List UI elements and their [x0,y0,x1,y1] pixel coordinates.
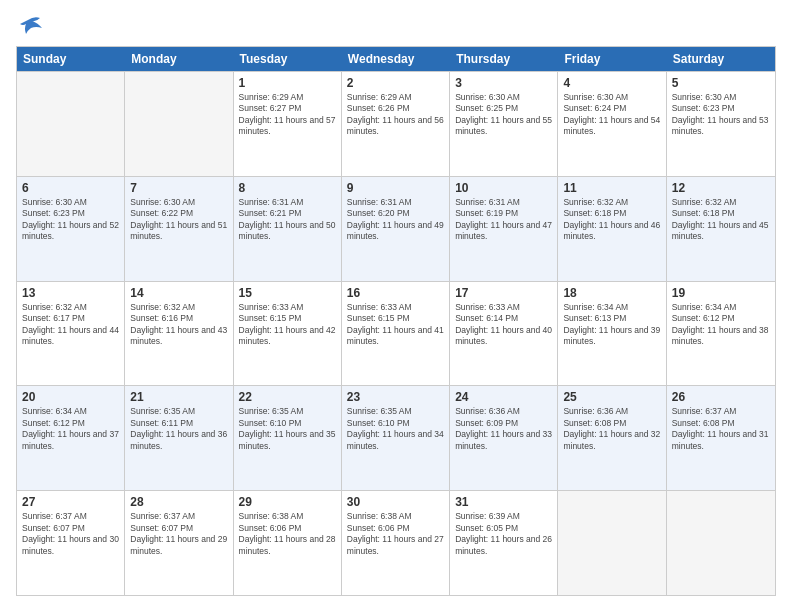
day-number: 17 [455,286,552,300]
calendar-row-3: 13Sunrise: 6:32 AM Sunset: 6:17 PM Dayli… [17,281,775,386]
cell-info: Sunrise: 6:29 AM Sunset: 6:27 PM Dayligh… [239,92,336,138]
header-day-thursday: Thursday [450,47,558,71]
header-day-saturday: Saturday [667,47,775,71]
cell-info: Sunrise: 6:30 AM Sunset: 6:23 PM Dayligh… [22,197,119,243]
cell-info: Sunrise: 6:37 AM Sunset: 6:07 PM Dayligh… [130,511,227,557]
cell-info: Sunrise: 6:30 AM Sunset: 6:24 PM Dayligh… [563,92,660,138]
logo [16,16,44,36]
day-number: 5 [672,76,770,90]
cell-info: Sunrise: 6:32 AM Sunset: 6:16 PM Dayligh… [130,302,227,348]
calendar-cell: 20Sunrise: 6:34 AM Sunset: 6:12 PM Dayli… [17,386,125,490]
day-number: 26 [672,390,770,404]
calendar-cell: 8Sunrise: 6:31 AM Sunset: 6:21 PM Daylig… [234,177,342,281]
cell-info: Sunrise: 6:34 AM Sunset: 6:12 PM Dayligh… [22,406,119,452]
calendar-cell: 17Sunrise: 6:33 AM Sunset: 6:14 PM Dayli… [450,282,558,386]
day-number: 1 [239,76,336,90]
day-number: 8 [239,181,336,195]
day-number: 22 [239,390,336,404]
cell-info: Sunrise: 6:30 AM Sunset: 6:25 PM Dayligh… [455,92,552,138]
calendar-cell: 19Sunrise: 6:34 AM Sunset: 6:12 PM Dayli… [667,282,775,386]
calendar-cell: 12Sunrise: 6:32 AM Sunset: 6:18 PM Dayli… [667,177,775,281]
calendar-cell: 24Sunrise: 6:36 AM Sunset: 6:09 PM Dayli… [450,386,558,490]
calendar-cell: 15Sunrise: 6:33 AM Sunset: 6:15 PM Dayli… [234,282,342,386]
calendar-cell: 2Sunrise: 6:29 AM Sunset: 6:26 PM Daylig… [342,72,450,176]
cell-info: Sunrise: 6:36 AM Sunset: 6:08 PM Dayligh… [563,406,660,452]
cell-info: Sunrise: 6:32 AM Sunset: 6:17 PM Dayligh… [22,302,119,348]
day-number: 28 [130,495,227,509]
cell-info: Sunrise: 6:36 AM Sunset: 6:09 PM Dayligh… [455,406,552,452]
cell-info: Sunrise: 6:38 AM Sunset: 6:06 PM Dayligh… [239,511,336,557]
header-day-wednesday: Wednesday [342,47,450,71]
calendar-cell: 16Sunrise: 6:33 AM Sunset: 6:15 PM Dayli… [342,282,450,386]
calendar-cell [667,491,775,595]
calendar-cell: 9Sunrise: 6:31 AM Sunset: 6:20 PM Daylig… [342,177,450,281]
cell-info: Sunrise: 6:33 AM Sunset: 6:15 PM Dayligh… [347,302,444,348]
day-number: 23 [347,390,444,404]
day-number: 24 [455,390,552,404]
calendar-cell: 10Sunrise: 6:31 AM Sunset: 6:19 PM Dayli… [450,177,558,281]
day-number: 18 [563,286,660,300]
calendar-cell [125,72,233,176]
cell-info: Sunrise: 6:34 AM Sunset: 6:13 PM Dayligh… [563,302,660,348]
calendar-cell: 3Sunrise: 6:30 AM Sunset: 6:25 PM Daylig… [450,72,558,176]
cell-info: Sunrise: 6:34 AM Sunset: 6:12 PM Dayligh… [672,302,770,348]
calendar-cell: 25Sunrise: 6:36 AM Sunset: 6:08 PM Dayli… [558,386,666,490]
cell-info: Sunrise: 6:32 AM Sunset: 6:18 PM Dayligh… [672,197,770,243]
cell-info: Sunrise: 6:33 AM Sunset: 6:14 PM Dayligh… [455,302,552,348]
day-number: 30 [347,495,444,509]
calendar-row-4: 20Sunrise: 6:34 AM Sunset: 6:12 PM Dayli… [17,385,775,490]
logo-bird-icon [18,16,44,38]
calendar-cell: 27Sunrise: 6:37 AM Sunset: 6:07 PM Dayli… [17,491,125,595]
cell-info: Sunrise: 6:37 AM Sunset: 6:07 PM Dayligh… [22,511,119,557]
cell-info: Sunrise: 6:39 AM Sunset: 6:05 PM Dayligh… [455,511,552,557]
day-number: 15 [239,286,336,300]
cell-info: Sunrise: 6:31 AM Sunset: 6:20 PM Dayligh… [347,197,444,243]
cell-info: Sunrise: 6:35 AM Sunset: 6:10 PM Dayligh… [347,406,444,452]
calendar-cell: 22Sunrise: 6:35 AM Sunset: 6:10 PM Dayli… [234,386,342,490]
day-number: 12 [672,181,770,195]
day-number: 13 [22,286,119,300]
day-number: 14 [130,286,227,300]
cell-info: Sunrise: 6:31 AM Sunset: 6:21 PM Dayligh… [239,197,336,243]
calendar-body: 1Sunrise: 6:29 AM Sunset: 6:27 PM Daylig… [17,71,775,595]
calendar-cell: 23Sunrise: 6:35 AM Sunset: 6:10 PM Dayli… [342,386,450,490]
day-number: 25 [563,390,660,404]
day-number: 11 [563,181,660,195]
calendar-cell: 14Sunrise: 6:32 AM Sunset: 6:16 PM Dayli… [125,282,233,386]
cell-info: Sunrise: 6:35 AM Sunset: 6:10 PM Dayligh… [239,406,336,452]
page: SundayMondayTuesdayWednesdayThursdayFrid… [0,0,792,612]
cell-info: Sunrise: 6:30 AM Sunset: 6:22 PM Dayligh… [130,197,227,243]
day-number: 7 [130,181,227,195]
day-number: 10 [455,181,552,195]
header-day-friday: Friday [558,47,666,71]
day-number: 19 [672,286,770,300]
calendar-cell: 18Sunrise: 6:34 AM Sunset: 6:13 PM Dayli… [558,282,666,386]
calendar-cell: 29Sunrise: 6:38 AM Sunset: 6:06 PM Dayli… [234,491,342,595]
day-number: 29 [239,495,336,509]
day-number: 21 [130,390,227,404]
calendar-cell: 11Sunrise: 6:32 AM Sunset: 6:18 PM Dayli… [558,177,666,281]
cell-info: Sunrise: 6:35 AM Sunset: 6:11 PM Dayligh… [130,406,227,452]
calendar-cell: 6Sunrise: 6:30 AM Sunset: 6:23 PM Daylig… [17,177,125,281]
calendar-cell: 7Sunrise: 6:30 AM Sunset: 6:22 PM Daylig… [125,177,233,281]
day-number: 3 [455,76,552,90]
day-number: 20 [22,390,119,404]
calendar-cell [558,491,666,595]
cell-info: Sunrise: 6:29 AM Sunset: 6:26 PM Dayligh… [347,92,444,138]
calendar-header: SundayMondayTuesdayWednesdayThursdayFrid… [17,47,775,71]
calendar-cell: 28Sunrise: 6:37 AM Sunset: 6:07 PM Dayli… [125,491,233,595]
header-day-monday: Monday [125,47,233,71]
day-number: 31 [455,495,552,509]
calendar-row-5: 27Sunrise: 6:37 AM Sunset: 6:07 PM Dayli… [17,490,775,595]
calendar-cell: 21Sunrise: 6:35 AM Sunset: 6:11 PM Dayli… [125,386,233,490]
cell-info: Sunrise: 6:30 AM Sunset: 6:23 PM Dayligh… [672,92,770,138]
cell-info: Sunrise: 6:32 AM Sunset: 6:18 PM Dayligh… [563,197,660,243]
calendar-cell: 1Sunrise: 6:29 AM Sunset: 6:27 PM Daylig… [234,72,342,176]
calendar-cell: 30Sunrise: 6:38 AM Sunset: 6:06 PM Dayli… [342,491,450,595]
day-number: 16 [347,286,444,300]
calendar: SundayMondayTuesdayWednesdayThursdayFrid… [16,46,776,596]
calendar-cell [17,72,125,176]
day-number: 27 [22,495,119,509]
calendar-cell: 5Sunrise: 6:30 AM Sunset: 6:23 PM Daylig… [667,72,775,176]
calendar-row-1: 1Sunrise: 6:29 AM Sunset: 6:27 PM Daylig… [17,71,775,176]
